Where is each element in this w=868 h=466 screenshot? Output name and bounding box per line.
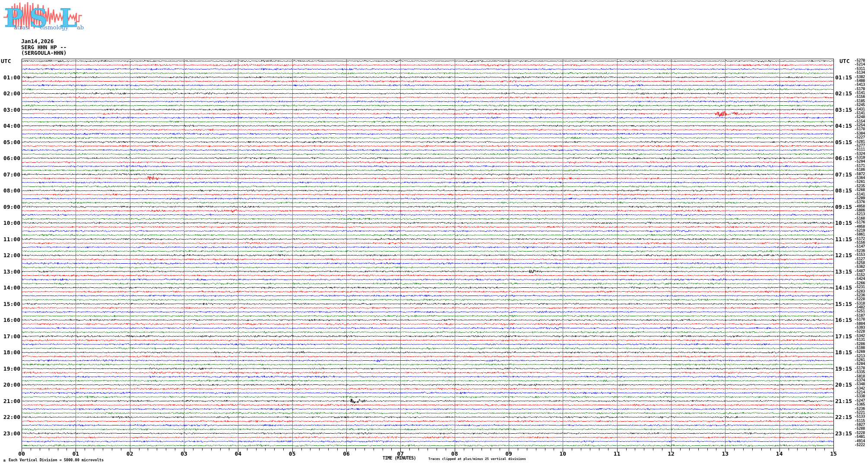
right-hour-label: 01:15	[835, 74, 852, 81]
trace-offset-value: -5018	[855, 375, 865, 378]
x-axis-label: 14	[773, 450, 786, 457]
trace-offset-value: -5141	[855, 111, 865, 115]
trace-offset-value: -5348	[855, 382, 865, 386]
trace-offset-value: -5424	[855, 277, 865, 281]
right-hour-label: 03:15	[835, 107, 852, 113]
x-axis-label: 02	[124, 450, 136, 457]
left-hour-label: 05:00	[0, 139, 20, 145]
right-hour-label: 07:15	[835, 171, 852, 178]
utc-label-right: UTC	[839, 58, 849, 64]
trace-offset-value: -5176	[855, 220, 865, 224]
left-hour-label: 06:00	[0, 155, 20, 161]
right-hour-label: 02:15	[835, 90, 852, 97]
trace-offset-value: -5214	[855, 63, 865, 66]
trace-offset-value: -5141	[855, 91, 865, 95]
left-hour-label: 07:00	[0, 171, 20, 178]
header-block: Jan14,2026SERG HHN HP --(SERGOULA-HHN)	[21, 38, 67, 56]
right-hour-label: 22:15	[835, 414, 852, 420]
left-hour-label: 01:00	[0, 74, 20, 81]
vertical-division-note: Each Vertical Division = 5000.00 microvo…	[9, 458, 104, 462]
left-hour-label: 13:00	[0, 268, 20, 275]
left-hour-label: 21:00	[0, 398, 20, 404]
trace-offset-value: -5304	[855, 132, 865, 135]
trace-offset-value: -5127	[855, 257, 865, 261]
trace-offset-value: -5134	[855, 71, 865, 75]
left-hour-label: 22:00	[0, 414, 20, 420]
right-hour-label: 20:15	[835, 381, 852, 388]
trace-offset-value: -5251	[855, 309, 865, 313]
trace-offset-value: -5204	[855, 362, 865, 366]
trace-offset-value: -5277	[855, 144, 865, 148]
x-axis-label: 10	[556, 450, 569, 457]
trace-offset-value: -5364	[855, 176, 865, 180]
right-hour-label: 14:15	[835, 284, 852, 291]
trace-offset-value: -5269	[855, 350, 865, 354]
trace-offset-value: -5283	[855, 290, 865, 293]
trace-offset-value: -5365	[855, 403, 865, 406]
trace-offset-value: -4958	[855, 225, 865, 229]
trace-offset-value: -5236	[855, 407, 865, 411]
trace-offset-value: -5171	[855, 164, 865, 168]
trace-offset-value: -5286	[855, 342, 865, 346]
trace-offset-value: -5170	[855, 87, 865, 91]
left-hour-label: 03:00	[0, 107, 20, 113]
trace-offset-value: -5376	[855, 200, 865, 204]
right-hour-label: 11:15	[835, 236, 852, 242]
x-axis-label: 04	[231, 450, 244, 457]
trace-offset-value: -5107	[855, 314, 865, 318]
trace-offset-value: -5222	[855, 443, 865, 447]
trace-offset-value: -5294	[855, 160, 865, 164]
trace-offset-value: -5072	[855, 172, 865, 176]
x-axis-label: 09	[502, 450, 515, 457]
trace-offset-value: -5247	[855, 399, 865, 403]
trace-offset-value: -5186	[855, 168, 865, 172]
trace-offset-value: -5105	[855, 99, 865, 103]
psl-logo: P atras S eismology L ab	[3, 1, 91, 32]
trace-offset-value: -5245	[855, 103, 865, 107]
x-axis-label: 03	[177, 450, 190, 457]
right-hour-label: 08:15	[835, 187, 852, 194]
right-hour-label: 23:15	[835, 430, 852, 437]
trace-offset-value: -5198	[855, 346, 865, 350]
clip-note: Traces clipped at plus/minus 25 vertical…	[428, 457, 526, 461]
trace-offset-value: -5236	[855, 249, 865, 253]
trace-offset-value: -5254	[855, 123, 865, 127]
trace-offset-value: -5086	[855, 208, 865, 212]
trace-offset-value: -4958	[855, 205, 865, 208]
left-hour-label: 19:00	[0, 365, 20, 372]
right-hour-label: 19:15	[835, 365, 852, 372]
trace-offset-value: -5248	[855, 115, 865, 119]
right-hour-label: 17:15	[835, 333, 852, 340]
right-hour-label: 05:15	[835, 139, 852, 145]
trace-offset-value: -5342	[855, 334, 865, 338]
trace-offset-value: -5268	[855, 188, 865, 192]
right-hour-label: 12:15	[835, 252, 852, 258]
trace-offset-value: -5214	[855, 390, 865, 394]
trace-offset-value: -5131	[855, 338, 865, 342]
trace-offset-value: -5084	[855, 322, 865, 326]
left-hour-label: 23:00	[0, 430, 20, 437]
trace-offset-value: -5156	[855, 95, 865, 99]
trace-offset-value: -5154	[855, 120, 865, 123]
trace-offset-value: -5288	[855, 427, 865, 431]
x-axis-label: 07	[394, 450, 407, 457]
trace-offset-value: -4914	[855, 439, 865, 443]
left-hour-label: 02:00	[0, 90, 20, 97]
trace-offset-value: -5153	[855, 253, 865, 257]
logo-word-ab: ab	[77, 24, 84, 31]
right-hour-label: 04:15	[835, 123, 852, 129]
trace-offset-value: -5319	[855, 156, 865, 160]
trace-offset-value: -5228	[855, 431, 865, 435]
trace-offset-value: -5362	[855, 265, 865, 269]
trace-offset-value: -5413	[855, 83, 865, 87]
trace-offset-value: -5227	[855, 135, 865, 139]
trace-offset-value: -5324	[855, 152, 865, 156]
trace-offset-value: -5111	[855, 148, 865, 151]
left-hour-label: 14:00	[0, 284, 20, 291]
left-hour-label: 16:00	[0, 317, 20, 323]
left-hour-label: 18:00	[0, 349, 20, 356]
right-hour-label: 10:15	[835, 220, 852, 226]
corner-glyph: m	[3, 459, 6, 463]
trace-offset-value: -5152	[855, 273, 865, 277]
left-hour-label: 08:00	[0, 187, 20, 194]
